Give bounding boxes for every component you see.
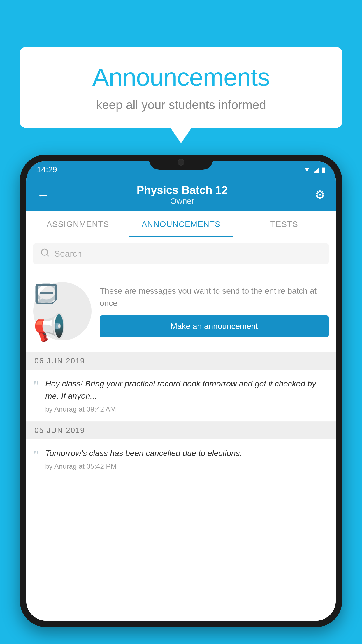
tab-assignments[interactable]: ASSIGNMENTS xyxy=(26,211,129,237)
tab-tests[interactable]: TESTS xyxy=(233,211,336,237)
promo-right: These are messages you want to send to t… xyxy=(100,285,329,337)
phone-notch xyxy=(149,155,213,170)
search-icon xyxy=(40,248,50,260)
search-placeholder: Search xyxy=(54,249,82,259)
phone-screen: 14:29 ▼ ◢ ▮ ← Physics Batch 12 Owner ⚙ xyxy=(26,161,336,621)
quote-icon-1: " xyxy=(33,379,39,394)
settings-button[interactable]: ⚙ xyxy=(315,188,325,202)
speech-bubble-container: Announcements keep all your students inf… xyxy=(20,47,342,128)
phone-container: 14:29 ▼ ◢ ▮ ← Physics Batch 12 Owner ⚙ xyxy=(20,155,342,644)
announcement-meta-1: by Anurag at 09:42 AM xyxy=(45,405,329,413)
battery-icon: ▮ xyxy=(321,166,325,174)
svg-line-1 xyxy=(47,254,48,256)
app-bar-title-section: Physics Batch 12 Owner xyxy=(137,184,228,206)
status-icons: ▼ ◢ ▮ xyxy=(303,166,325,174)
date-divider-1: 06 JUN 2019 xyxy=(26,352,336,370)
announcement-item-1: " Hey class! Bring your practical record… xyxy=(26,370,336,422)
promo-section: 📢 These are messages you want to send to… xyxy=(26,270,336,352)
quote-icon-2: " xyxy=(33,448,39,463)
announcement-icon: 📢 xyxy=(33,280,92,343)
speech-bubble-title: Announcements xyxy=(37,63,325,92)
tab-announcements[interactable]: ANNOUNCEMENTS xyxy=(129,211,233,237)
announcement-item-2: " Tomorrow's class has been cancelled du… xyxy=(26,439,336,479)
app-bar-title: Physics Batch 12 xyxy=(137,184,228,197)
announcement-content-2: Tomorrow's class has been cancelled due … xyxy=(45,447,329,470)
promo-description: These are messages you want to send to t… xyxy=(100,285,329,309)
app-bar: ← Physics Batch 12 Owner ⚙ xyxy=(26,178,336,211)
status-time: 14:29 xyxy=(37,165,57,174)
promo-icon-circle: 📢 xyxy=(33,282,92,340)
phone-outer: 14:29 ▼ ◢ ▮ ← Physics Batch 12 Owner ⚙ xyxy=(20,155,342,627)
speech-bubble-subtitle: keep all your students informed xyxy=(37,98,325,112)
make-announcement-button[interactable]: Make an announcement xyxy=(100,315,329,337)
app-bar-subtitle: Owner xyxy=(137,197,228,206)
back-button[interactable]: ← xyxy=(37,188,50,202)
announcement-content-1: Hey class! Bring your practical record b… xyxy=(45,378,329,413)
search-input-wrapper[interactable]: Search xyxy=(33,243,329,264)
date-divider-2: 05 JUN 2019 xyxy=(26,422,336,439)
phone-camera xyxy=(178,159,184,166)
speech-bubble: Announcements keep all your students inf… xyxy=(20,47,342,128)
signal-icon: ◢ xyxy=(313,166,319,174)
search-bar: Search xyxy=(26,237,336,270)
announcement-text-1: Hey class! Bring your practical record b… xyxy=(45,378,329,402)
tabs-bar: ASSIGNMENTS ANNOUNCEMENTS TESTS xyxy=(26,211,336,237)
announcement-text-2: Tomorrow's class has been cancelled due … xyxy=(45,447,329,459)
announcement-meta-2: by Anurag at 05:42 PM xyxy=(45,462,329,470)
content-area: Search 📢 xyxy=(26,237,336,621)
wifi-icon: ▼ xyxy=(303,166,310,174)
